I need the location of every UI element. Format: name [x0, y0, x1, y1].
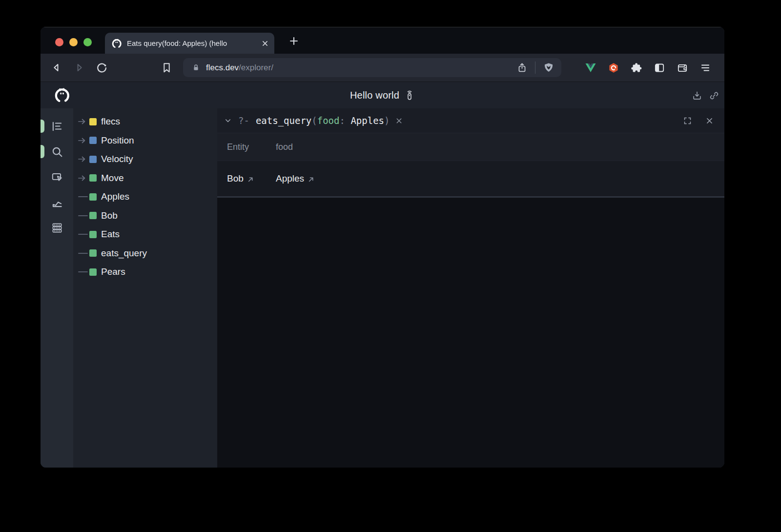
query-name: eats_query: [256, 115, 311, 126]
tree-item-Pears[interactable]: Pears: [73, 263, 217, 282]
tree-item-label: Bob: [101, 210, 118, 221]
tree-item-Eats[interactable]: Eats: [73, 225, 217, 244]
entity-kind-swatch: [89, 137, 97, 144]
tree-item-Position[interactable]: Position: [73, 131, 217, 150]
close-panel-icon[interactable]: [705, 117, 714, 125]
extensions-puzzle-icon[interactable]: [631, 62, 642, 74]
entity-kind-swatch: [89, 249, 97, 257]
column-header-entity: Entity: [227, 142, 276, 152]
header-actions: [692, 82, 719, 109]
result-table-header: Entity food: [217, 133, 724, 161]
entity-kind-swatch: [89, 231, 97, 238]
bookmark-icon[interactable]: [161, 61, 173, 74]
new-tab-button[interactable]: [288, 36, 299, 46]
flecs-logo-icon[interactable]: [54, 87, 70, 103]
column-header-food: food: [276, 142, 293, 152]
download-icon[interactable]: [692, 90, 702, 101]
tree-item-label: Apples: [101, 191, 129, 202]
flecs-favicon-icon: [111, 38, 122, 49]
tree-item-Move[interactable]: Move: [73, 169, 217, 188]
tab-title: Eats query(food: Apples) (hello: [127, 39, 259, 47]
tool-sidebar: [41, 108, 73, 468]
tree-item-eats_query[interactable]: eats_query: [73, 244, 217, 263]
active-panel-indicator: [41, 120, 44, 133]
tree-item-label: Position: [101, 135, 134, 146]
tree-item-Bob[interactable]: Bob: [73, 206, 217, 225]
back-button[interactable]: [50, 61, 62, 74]
query-header: ?-eats_query(food: Apples): [217, 108, 724, 133]
result-cell-entity: Bob: [227, 173, 276, 184]
entity-kind-swatch: [89, 118, 97, 125]
main-panel: ?-eats_query(food: Apples) Entity food B…: [217, 108, 724, 468]
result-cell-food: Apples: [276, 173, 314, 184]
sidebar-toggle-icon[interactable]: [654, 62, 665, 74]
entity-tree: flecsPositionVelocityMoveApplesBobEatsea…: [73, 108, 217, 468]
close-window-button[interactable]: [55, 38, 63, 46]
browser-window: Eats query(food: Apples) (hello flecs.de…: [41, 27, 724, 468]
url-bar[interactable]: flecs.dev/explorer/: [183, 58, 561, 77]
external-link-icon[interactable]: [308, 176, 314, 183]
hexagon-extension-icon[interactable]: [608, 62, 619, 74]
tab-close-icon[interactable]: [261, 39, 269, 48]
leaf-dash-icon: [78, 230, 88, 238]
expand-arrow-icon[interactable]: [78, 137, 88, 144]
tree-item-flecs[interactable]: flecs: [73, 112, 217, 131]
chevron-down-icon[interactable]: [224, 117, 232, 124]
minimize-window-button[interactable]: [69, 38, 78, 46]
query-clear-icon[interactable]: [395, 117, 403, 125]
entity-kind-swatch: [89, 212, 97, 219]
tables-panel-icon[interactable]: [51, 222, 63, 234]
content-area: flecsPositionVelocityMoveApplesBobEatsea…: [41, 108, 724, 468]
url-bar-actions: [516, 61, 561, 74]
extension-icons: [585, 54, 711, 82]
zoom-window-button[interactable]: [83, 38, 92, 46]
empty-canvas: [217, 198, 724, 468]
link-icon[interactable]: [709, 90, 719, 101]
leaf-dash-icon: [78, 212, 88, 220]
food-link[interactable]: Apples: [276, 173, 304, 184]
inspect-panel-icon[interactable]: [51, 171, 63, 184]
tree-item-Velocity[interactable]: Velocity: [73, 150, 217, 169]
tree-panel-icon[interactable]: [51, 120, 63, 133]
fullscreen-icon[interactable]: [683, 116, 692, 125]
reload-button[interactable]: [96, 61, 108, 74]
expand-arrow-icon[interactable]: [78, 118, 88, 125]
tree-item-label: eats_query: [101, 248, 147, 259]
url-domain: flecs.dev: [206, 63, 239, 72]
browser-tab[interactable]: Eats query(food: Apples) (hello: [105, 33, 274, 54]
tree-item-label: Eats: [101, 229, 120, 240]
result-rows: BobApples: [217, 161, 724, 196]
lock-icon: [191, 63, 201, 72]
share-icon[interactable]: [516, 62, 528, 73]
query-expression[interactable]: ?-eats_query(food: Apples): [238, 115, 390, 126]
wallet-icon[interactable]: [677, 62, 688, 74]
tab-bar: Eats query(food: Apples) (hello: [41, 27, 724, 54]
app-title-group: Hello world: [350, 90, 415, 101]
expand-arrow-icon[interactable]: [78, 174, 88, 182]
leaf-dash-icon: [78, 193, 88, 201]
entity-kind-swatch: [89, 156, 97, 163]
remote-connection-icon[interactable]: [404, 90, 415, 101]
entity-link[interactable]: Bob: [227, 173, 244, 184]
brave-shield-icon[interactable]: [543, 62, 555, 74]
tree-item-Apples[interactable]: Apples: [73, 187, 217, 206]
active-panel-indicator: [41, 145, 44, 158]
result-row: BobApples: [217, 161, 724, 196]
forward-button[interactable]: [73, 61, 85, 74]
tree-item-label: Move: [101, 173, 123, 184]
url-text: flecs.dev/explorer/: [206, 63, 273, 73]
app-header: Hello world: [41, 82, 724, 108]
query-param: food: [317, 115, 340, 126]
menu-hamburger-icon[interactable]: [699, 62, 711, 74]
external-link-icon[interactable]: [247, 176, 254, 183]
url-path: /explorer/: [239, 63, 273, 72]
leaf-dash-icon: [78, 268, 88, 276]
stats-panel-icon[interactable]: [51, 196, 63, 209]
tree-item-label: Pears: [101, 266, 125, 277]
expand-arrow-icon[interactable]: [78, 155, 88, 163]
divider: [535, 61, 535, 74]
vue-devtools-icon[interactable]: [585, 62, 596, 74]
tree-item-label: Velocity: [101, 154, 133, 164]
search-panel-icon[interactable]: [51, 145, 63, 158]
page-title: Hello world: [350, 90, 399, 101]
